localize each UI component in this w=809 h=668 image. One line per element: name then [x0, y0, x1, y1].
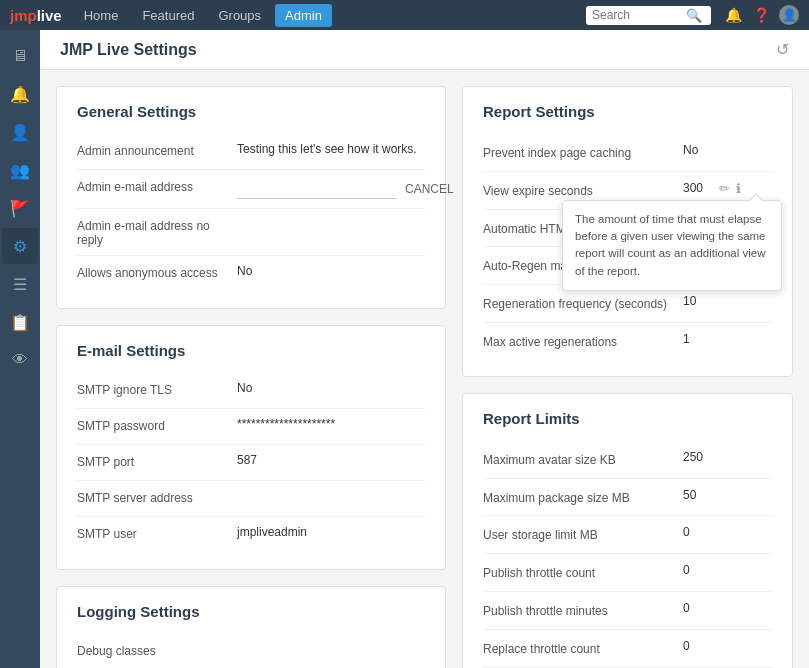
page-header: JMP Live Settings ↺ — [40, 30, 809, 70]
tooltip-text: The amount of time that must elapse befo… — [575, 213, 766, 277]
report-setting-regen-frequency: Regeneration frequency (seconds) 10 — [483, 285, 772, 323]
report-limits-title: Report Limits — [483, 410, 772, 427]
setting-value: No — [237, 381, 425, 395]
report-value: 10 — [683, 294, 772, 308]
setting-label: Admin announcement — [77, 142, 237, 158]
brand-logo: jmplive — [10, 7, 62, 24]
sidebar: 🖥 🔔 👤 👥 🚩 ⚙ ☰ 📋 👁 — [0, 30, 40, 668]
setting-admin-announcement: Admin announcement Testing this let's se… — [77, 134, 425, 170]
setting-label: SMTP password — [77, 417, 237, 433]
setting-label: Debug classes — [77, 642, 237, 658]
search-input[interactable] — [592, 8, 682, 22]
setting-admin-email: Admin e-mail address CANCEL SAVE — [77, 170, 425, 209]
top-navigation: jmplive Home Featured Groups Admin 🔍 🔔 ❓… — [0, 0, 809, 30]
report-settings-title: Report Settings — [483, 103, 772, 120]
report-value: 0 — [683, 563, 772, 577]
report-setting-index-caching: Prevent index page caching No — [483, 134, 772, 172]
report-label: Publish throttle minutes — [483, 601, 683, 620]
topnav-icons: 🔔 ❓ 👤 — [723, 5, 799, 25]
info-icon[interactable]: ℹ — [736, 181, 741, 196]
report-label: View expire seconds — [483, 181, 683, 200]
limit-publish-minutes: Publish throttle minutes 0 — [483, 592, 772, 630]
setting-smtp-tls: SMTP ignore TLS No — [77, 373, 425, 409]
limit-replace-count: Replace throttle count 0 — [483, 630, 772, 668]
report-label: User storage limit MB — [483, 525, 683, 544]
setting-label: SMTP ignore TLS — [77, 381, 237, 397]
report-label: Prevent index page caching — [483, 143, 683, 162]
tooltip-box: The amount of time that must elapse befo… — [562, 200, 782, 291]
report-action-icons: ✏ ℹ — [719, 181, 741, 196]
nav-featured[interactable]: Featured — [132, 4, 204, 27]
setting-label: Admin e-mail address — [77, 178, 237, 194]
sidebar-item-flag[interactable]: 🚩 — [2, 190, 38, 226]
report-settings-card: Report Settings Prevent index page cachi… — [462, 86, 793, 377]
sidebar-item-reports[interactable]: 📋 — [2, 304, 38, 340]
report-label: Maximum package size MB — [483, 488, 683, 507]
report-value: No — [683, 143, 772, 157]
setting-value: jmpliveadmin — [237, 525, 425, 539]
nav-admin[interactable]: Admin — [275, 4, 332, 27]
report-value: 50 — [683, 488, 772, 502]
sidebar-item-user[interactable]: 👤 — [2, 114, 38, 150]
avatar-icon[interactable]: 👤 — [779, 5, 799, 25]
report-value: 1 — [683, 332, 772, 346]
sidebar-item-display[interactable]: 🖥 — [2, 38, 38, 74]
email-settings-title: E-mail Settings — [77, 342, 425, 359]
sidebar-item-settings[interactable]: ⚙ — [2, 228, 38, 264]
report-label: Regeneration frequency (seconds) — [483, 294, 683, 313]
sidebar-item-users[interactable]: 👥 — [2, 152, 38, 188]
setting-debug: Debug classes — [77, 634, 425, 668]
cancel-button[interactable]: CANCEL — [405, 182, 454, 196]
setting-admin-noreply: Admin e-mail address no reply — [77, 209, 425, 256]
email-settings-card: E-mail Settings SMTP ignore TLS No SMTP … — [56, 325, 446, 570]
report-label: Replace throttle count — [483, 639, 683, 658]
bell-icon[interactable]: 🔔 — [723, 5, 743, 25]
general-settings-title: General Settings — [77, 103, 425, 120]
limit-storage: User storage limit MB 0 — [483, 516, 772, 554]
expire-seconds-value: 300 — [683, 181, 703, 195]
general-settings-card: General Settings Admin announcement Test… — [56, 86, 446, 309]
report-setting-max-regen: Max active regenerations 1 — [483, 323, 772, 360]
setting-anonymous: Allows anonymous access No — [77, 256, 425, 292]
report-label: Publish throttle count — [483, 563, 683, 582]
setting-smtp-password: SMTP password ********************* — [77, 409, 425, 445]
report-limits-card: Report Limits Maximum avatar size KB 250… — [462, 393, 793, 668]
setting-smtp-user: SMTP user jmpliveadmin — [77, 517, 425, 553]
content-area: General Settings Admin announcement Test… — [40, 70, 809, 668]
left-column: General Settings Admin announcement Test… — [56, 86, 446, 668]
report-setting-expire-seconds: View expire seconds 300 ✏ ℹ The amount o… — [483, 172, 772, 210]
setting-label: SMTP user — [77, 525, 237, 541]
limit-publish-count: Publish throttle count 0 — [483, 554, 772, 592]
setting-value: 587 — [237, 453, 425, 467]
nav-home[interactable]: Home — [74, 4, 129, 27]
right-column: Report Settings Prevent index page cachi… — [462, 86, 793, 668]
report-value: 250 — [683, 450, 772, 464]
setting-label: SMTP server address — [77, 489, 237, 505]
edit-icon[interactable]: ✏ — [719, 181, 730, 196]
report-label: Maximum avatar size KB — [483, 450, 683, 469]
sidebar-item-view[interactable]: 👁 — [2, 342, 38, 378]
page-title: JMP Live Settings — [60, 41, 197, 59]
search-box: 🔍 — [586, 6, 711, 25]
logging-settings-card: Logging Settings Debug classes Loggly su… — [56, 586, 446, 668]
refresh-icon[interactable]: ↺ — [776, 40, 789, 59]
report-value: 0 — [683, 601, 772, 615]
report-value: 300 ✏ ℹ — [683, 181, 772, 196]
report-value: 0 — [683, 525, 772, 539]
main-content: JMP Live Settings ↺ General Settings Adm… — [40, 30, 809, 668]
sidebar-item-list[interactable]: ☰ — [2, 266, 38, 302]
admin-email-input[interactable] — [237, 180, 397, 199]
sidebar-item-notifications[interactable]: 🔔 — [2, 76, 38, 112]
setting-value: Testing this let's see how it works. — [237, 142, 425, 156]
setting-value: No — [237, 264, 425, 278]
setting-label: Allows anonymous access — [77, 264, 237, 280]
nav-groups[interactable]: Groups — [208, 4, 271, 27]
limit-package-size: Maximum package size MB 50 — [483, 479, 772, 517]
help-icon[interactable]: ❓ — [751, 5, 771, 25]
setting-value: ********************* — [237, 417, 425, 431]
search-icon: 🔍 — [686, 8, 702, 23]
setting-label: Admin e-mail address no reply — [77, 217, 237, 247]
report-label: Max active regenerations — [483, 332, 683, 351]
setting-label: SMTP port — [77, 453, 237, 469]
setting-smtp-port: SMTP port 587 — [77, 445, 425, 481]
